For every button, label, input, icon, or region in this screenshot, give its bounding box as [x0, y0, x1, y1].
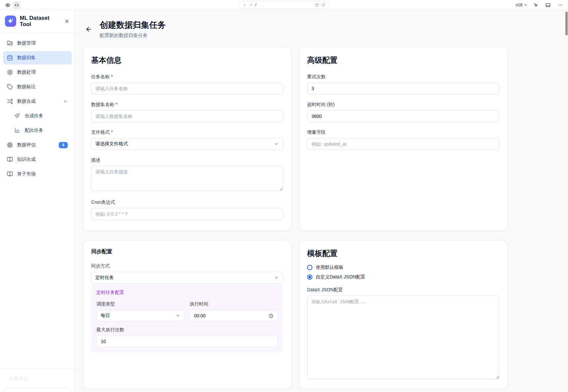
- default-template-label: 使用默认模板: [316, 265, 343, 270]
- chevron-down-icon: [63, 99, 68, 104]
- open-external-icon[interactable]: [315, 3, 319, 7]
- toggle-panel-button[interactable]: [544, 1, 552, 9]
- nav-forward-icon[interactable]: [249, 3, 253, 7]
- task-name-input[interactable]: [91, 83, 283, 94]
- sync-mode-select[interactable]: 定时任务: [91, 272, 283, 284]
- sidebar-item-synthesis-tasks[interactable]: 合成任务: [3, 109, 72, 123]
- back-button[interactable]: [85, 26, 92, 33]
- select-element-button[interactable]: [532, 1, 540, 9]
- card-title: 高级配置: [307, 55, 499, 65]
- book-icon: [7, 171, 13, 177]
- sidebar-item-label: 配比任务: [25, 127, 43, 133]
- main-content: 创建数据归集任务 配置新的数据归集任务 基本信息 任务名称 * 数据集名称 * …: [75, 10, 568, 392]
- cursor-icon: [533, 3, 538, 8]
- retry-input[interactable]: [307, 83, 499, 94]
- sidebar-item-knowledge-generation[interactable]: 知识生成: [3, 153, 72, 166]
- sidebar-item-label: 合成任务: [25, 113, 43, 119]
- code-view-button[interactable]: [13, 1, 20, 9]
- version-selector[interactable]: v18: [516, 3, 527, 7]
- arrow-left-icon: [85, 26, 92, 33]
- execution-time-field-group: 执行时间 00:00: [190, 301, 278, 322]
- chevron-down-icon: [176, 313, 180, 318]
- default-template-option[interactable]: 使用默认模板: [307, 265, 499, 270]
- execution-time-input[interactable]: 00:00: [190, 310, 278, 322]
- ellipsis-icon: [558, 3, 563, 8]
- retry-label: 重试次数: [307, 74, 499, 80]
- sidebar-item-operator-market[interactable]: 算子市场: [3, 167, 72, 181]
- target-icon: [7, 142, 13, 148]
- scrollbar-thumb[interactable]: [565, 12, 568, 35]
- book-open-icon: [7, 157, 13, 162]
- sidebar-footer: 任务中心: [0, 368, 75, 392]
- nav-back-icon[interactable]: [243, 3, 247, 7]
- task-center-label: 任务中心: [4, 375, 70, 382]
- gear-icon: [7, 69, 13, 75]
- page-scrollbar[interactable]: [565, 10, 568, 392]
- schedule-type-value: 每日: [101, 313, 110, 319]
- url-bar[interactable]: /: [239, 1, 329, 9]
- clock-icon: [268, 313, 273, 318]
- sidebar-item-data-processing[interactable]: 数据处理: [3, 66, 72, 79]
- chevron-down-icon: [524, 3, 527, 7]
- timeout-input[interactable]: [307, 110, 499, 122]
- max-runs-input[interactable]: [96, 336, 278, 347]
- sidebar-item-label: 知识生成: [17, 157, 36, 162]
- dataset-name-field-group: 数据集名称 *: [91, 102, 283, 122]
- sidebar-close-button[interactable]: [64, 18, 70, 24]
- schedule-type-label: 调度类型: [96, 301, 185, 307]
- app-title: ML Dataset Tool: [20, 15, 60, 27]
- description-field-group: 描述: [91, 157, 283, 192]
- template-config-card: 模板配置 使用默认模板 自定义DataX JSON配置 DataX JSON配置: [299, 240, 508, 389]
- page-subtitle: 配置新的数据归集任务: [100, 32, 166, 39]
- url-path[interactable]: /: [255, 3, 313, 7]
- custom-datax-label: 自定义DataX JSON配置: [316, 274, 365, 280]
- cron-input[interactable]: [91, 208, 283, 220]
- more-options-button[interactable]: [556, 1, 564, 9]
- card-title: 基本信息: [91, 55, 283, 65]
- sync-mode-label: 同步方式: [91, 263, 283, 269]
- page-title: 创建数据归集任务: [100, 19, 166, 30]
- dataset-name-input[interactable]: [91, 110, 283, 122]
- sidebar-item-data-labeling[interactable]: 数据标注: [3, 80, 72, 93]
- chevron-down-icon: [274, 275, 279, 280]
- sidebar-item-ratio-tasks[interactable]: 配比任务: [3, 124, 72, 137]
- browser-toolbar: / v18: [0, 0, 568, 10]
- radio-checked-icon: [307, 274, 312, 280]
- task-name-label: 任务名称 *: [91, 74, 283, 80]
- task-name-field-group: 任务名称 *: [91, 74, 283, 94]
- database-icon: [7, 55, 13, 61]
- schedule-type-select[interactable]: 每日: [96, 310, 185, 322]
- refresh-icon[interactable]: [321, 3, 325, 7]
- retry-field-group: 重试次数: [307, 74, 499, 94]
- file-format-select[interactable]: 请选择文件格式: [91, 138, 283, 150]
- preview-eye-button[interactable]: [4, 1, 12, 9]
- card-title: 模板配置: [307, 248, 499, 259]
- incremental-field-input[interactable]: [307, 138, 499, 150]
- sparkles-icon: [7, 18, 14, 24]
- sidebar-item-data-synthesis[interactable]: 数据合成: [3, 95, 72, 108]
- sync-mode-value: 定时任务: [95, 275, 114, 281]
- sidebar-item-data-management[interactable]: 数据管理: [3, 37, 72, 50]
- file-format-label: 文件格式 *: [91, 129, 283, 135]
- datax-json-textarea[interactable]: [307, 296, 499, 379]
- file-format-value: 请选择文件格式: [95, 141, 128, 147]
- datax-json-label: DataX JSON配置: [307, 287, 499, 293]
- count-badge: 4: [59, 142, 68, 148]
- description-textarea[interactable]: [91, 166, 283, 191]
- sync-config-card: 同步配置 同步方式 定时任务 定时任务配置 调度类型: [83, 240, 291, 389]
- sidebar-menu: 数据管理 数据归集 数据处理 数据标注: [0, 32, 75, 368]
- close-icon: [64, 18, 70, 24]
- sidebar-item-data-collection[interactable]: 数据归集: [3, 51, 72, 64]
- description-label: 描述: [91, 157, 283, 163]
- advanced-config-card: 高级配置 重试次数 超时时间 (秒) 增量字段: [299, 47, 508, 231]
- timeout-label: 超时时间 (秒): [307, 102, 499, 108]
- code-icon: [14, 3, 19, 8]
- app-logo: [5, 16, 16, 27]
- version-label: v18: [516, 3, 522, 7]
- sidebar-item-data-evaluation[interactable]: 数据评估 4: [3, 138, 72, 152]
- sidebar-item-label: 算子市场: [17, 171, 36, 177]
- task-center-panel: [4, 387, 70, 392]
- sparkle-icon: [15, 113, 20, 119]
- custom-datax-option[interactable]: 自定义DataX JSON配置: [307, 274, 499, 280]
- folder-icon: [7, 40, 13, 46]
